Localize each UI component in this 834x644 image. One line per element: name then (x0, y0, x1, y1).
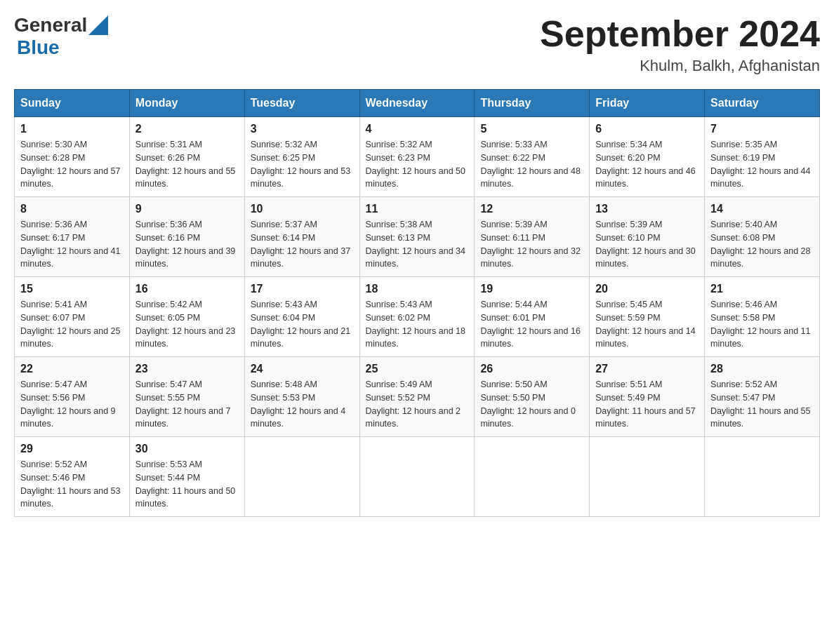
day-info: Sunrise: 5:44 AMSunset: 6:01 PMDaylight:… (480, 300, 580, 349)
header: General Blue September 2024 Khulm, Balkh… (14, 14, 820, 75)
day-info: Sunrise: 5:30 AMSunset: 6:28 PMDaylight:… (20, 140, 120, 189)
logo: General Blue (14, 14, 108, 59)
day-number: 14 (710, 203, 814, 215)
day-number: 7 (710, 123, 814, 135)
day-number: 12 (480, 203, 583, 215)
svg-marker-0 (88, 15, 108, 35)
calendar-title: September 2024 (540, 14, 820, 54)
day-info: Sunrise: 5:41 AMSunset: 6:07 PMDaylight:… (20, 300, 120, 349)
calendar-day-cell: 30 Sunrise: 5:53 AMSunset: 5:44 PMDaylig… (129, 437, 244, 517)
day-number: 28 (710, 363, 814, 375)
day-info: Sunrise: 5:45 AMSunset: 5:59 PMDaylight:… (595, 300, 695, 349)
calendar-week-row: 22 Sunrise: 5:47 AMSunset: 5:56 PMDaylig… (15, 357, 820, 437)
day-number: 27 (595, 363, 699, 375)
calendar-header-row: SundayMondayTuesdayWednesdayThursdayFrid… (15, 90, 820, 117)
day-number: 13 (595, 203, 699, 215)
day-number: 6 (595, 123, 699, 135)
day-info: Sunrise: 5:43 AMSunset: 6:04 PMDaylight:… (251, 300, 350, 349)
calendar-day-cell: 5 Sunrise: 5:33 AMSunset: 6:22 PMDayligh… (475, 117, 590, 197)
calendar-week-row: 15 Sunrise: 5:41 AMSunset: 6:07 PMDaylig… (15, 277, 820, 357)
day-number: 15 (20, 283, 124, 295)
calendar-day-cell: 28 Sunrise: 5:52 AMSunset: 5:47 PMDaylig… (705, 357, 820, 437)
day-info: Sunrise: 5:47 AMSunset: 5:56 PMDaylight:… (20, 380, 116, 429)
calendar-day-cell: 23 Sunrise: 5:47 AMSunset: 5:55 PMDaylig… (129, 357, 244, 437)
calendar-day-cell: 10 Sunrise: 5:37 AMSunset: 6:14 PMDaylig… (244, 197, 359, 277)
calendar-header-saturday: Saturday (705, 90, 820, 117)
day-info: Sunrise: 5:50 AMSunset: 5:50 PMDaylight:… (480, 380, 576, 429)
day-info: Sunrise: 5:33 AMSunset: 6:22 PMDaylight:… (480, 140, 580, 189)
calendar-subtitle: Khulm, Balkh, Afghanistan (540, 57, 820, 75)
day-number: 2 (135, 123, 239, 135)
calendar-day-cell: 4 Sunrise: 5:32 AMSunset: 6:23 PMDayligh… (359, 117, 475, 197)
calendar-day-cell: 12 Sunrise: 5:39 AMSunset: 6:11 PMDaylig… (475, 197, 590, 277)
calendar-day-cell: 16 Sunrise: 5:42 AMSunset: 6:05 PMDaylig… (129, 277, 244, 357)
calendar-week-row: 1 Sunrise: 5:30 AMSunset: 6:28 PMDayligh… (15, 117, 820, 197)
calendar-header-friday: Friday (590, 90, 705, 117)
day-number: 24 (251, 363, 354, 375)
calendar-day-cell: 2 Sunrise: 5:31 AMSunset: 6:26 PMDayligh… (129, 117, 244, 197)
day-number: 23 (135, 363, 239, 375)
day-info: Sunrise: 5:39 AMSunset: 6:10 PMDaylight:… (595, 220, 695, 269)
calendar-day-cell: 21 Sunrise: 5:46 AMSunset: 5:58 PMDaylig… (705, 277, 820, 357)
day-info: Sunrise: 5:52 AMSunset: 5:47 PMDaylight:… (710, 380, 810, 429)
day-info: Sunrise: 5:49 AMSunset: 5:52 PMDaylight:… (366, 380, 461, 429)
calendar-day-cell: 26 Sunrise: 5:50 AMSunset: 5:50 PMDaylig… (475, 357, 590, 437)
day-info: Sunrise: 5:31 AMSunset: 6:26 PMDaylight:… (135, 140, 235, 189)
calendar-day-cell: 8 Sunrise: 5:36 AMSunset: 6:17 PMDayligh… (15, 197, 130, 277)
day-number: 19 (480, 283, 583, 295)
calendar-day-cell: 9 Sunrise: 5:36 AMSunset: 6:16 PMDayligh… (129, 197, 244, 277)
calendar-day-cell (359, 437, 475, 517)
calendar-day-cell: 22 Sunrise: 5:47 AMSunset: 5:56 PMDaylig… (15, 357, 130, 437)
day-number: 18 (366, 283, 469, 295)
calendar-day-cell: 11 Sunrise: 5:38 AMSunset: 6:13 PMDaylig… (359, 197, 475, 277)
logo-triangle-icon (88, 15, 108, 35)
title-area: September 2024 Khulm, Balkh, Afghanistan (540, 14, 820, 75)
day-number: 10 (251, 203, 354, 215)
day-info: Sunrise: 5:34 AMSunset: 6:20 PMDaylight:… (595, 140, 695, 189)
calendar-day-cell: 6 Sunrise: 5:34 AMSunset: 6:20 PMDayligh… (590, 117, 705, 197)
calendar-header-wednesday: Wednesday (359, 90, 475, 117)
day-number: 21 (710, 283, 814, 295)
day-number: 20 (595, 283, 699, 295)
calendar-day-cell: 19 Sunrise: 5:44 AMSunset: 6:01 PMDaylig… (475, 277, 590, 357)
day-number: 1 (20, 123, 124, 135)
day-number: 30 (135, 443, 239, 455)
day-info: Sunrise: 5:46 AMSunset: 5:58 PMDaylight:… (710, 300, 810, 349)
calendar-day-cell: 18 Sunrise: 5:43 AMSunset: 6:02 PMDaylig… (359, 277, 475, 357)
day-info: Sunrise: 5:37 AMSunset: 6:14 PMDaylight:… (251, 220, 350, 269)
day-info: Sunrise: 5:38 AMSunset: 6:13 PMDaylight:… (366, 220, 465, 269)
calendar-day-cell: 13 Sunrise: 5:39 AMSunset: 6:10 PMDaylig… (590, 197, 705, 277)
day-info: Sunrise: 5:39 AMSunset: 6:11 PMDaylight:… (480, 220, 580, 269)
calendar-day-cell: 1 Sunrise: 5:30 AMSunset: 6:28 PMDayligh… (15, 117, 130, 197)
day-number: 4 (366, 123, 469, 135)
day-number: 22 (20, 363, 124, 375)
calendar-day-cell: 24 Sunrise: 5:48 AMSunset: 5:53 PMDaylig… (244, 357, 359, 437)
day-number: 11 (366, 203, 469, 215)
calendar-day-cell (475, 437, 590, 517)
day-info: Sunrise: 5:40 AMSunset: 6:08 PMDaylight:… (710, 220, 810, 269)
day-info: Sunrise: 5:32 AMSunset: 6:25 PMDaylight:… (251, 140, 350, 189)
calendar-header-tuesday: Tuesday (244, 90, 359, 117)
day-info: Sunrise: 5:36 AMSunset: 6:17 PMDaylight:… (20, 220, 120, 269)
day-info: Sunrise: 5:32 AMSunset: 6:23 PMDaylight:… (366, 140, 465, 189)
calendar-day-cell (705, 437, 820, 517)
calendar-header-monday: Monday (129, 90, 244, 117)
calendar-day-cell: 14 Sunrise: 5:40 AMSunset: 6:08 PMDaylig… (705, 197, 820, 277)
day-info: Sunrise: 5:52 AMSunset: 5:46 PMDaylight:… (20, 459, 120, 509)
day-number: 9 (135, 203, 239, 215)
day-number: 17 (251, 283, 354, 295)
calendar-day-cell: 20 Sunrise: 5:45 AMSunset: 5:59 PMDaylig… (590, 277, 705, 357)
calendar-day-cell: 7 Sunrise: 5:35 AMSunset: 6:19 PMDayligh… (705, 117, 820, 197)
day-info: Sunrise: 5:47 AMSunset: 5:55 PMDaylight:… (135, 380, 231, 429)
day-number: 8 (20, 203, 124, 215)
calendar-day-cell: 29 Sunrise: 5:52 AMSunset: 5:46 PMDaylig… (15, 437, 130, 517)
calendar-header-sunday: Sunday (15, 90, 130, 117)
calendar-day-cell: 15 Sunrise: 5:41 AMSunset: 6:07 PMDaylig… (15, 277, 130, 357)
calendar-day-cell: 25 Sunrise: 5:49 AMSunset: 5:52 PMDaylig… (359, 357, 475, 437)
day-info: Sunrise: 5:43 AMSunset: 6:02 PMDaylight:… (366, 300, 465, 349)
day-number: 29 (20, 443, 124, 455)
day-info: Sunrise: 5:48 AMSunset: 5:53 PMDaylight:… (251, 380, 346, 429)
calendar-week-row: 8 Sunrise: 5:36 AMSunset: 6:17 PMDayligh… (15, 197, 820, 277)
logo-blue-text: Blue (17, 36, 60, 59)
calendar-day-cell: 17 Sunrise: 5:43 AMSunset: 6:04 PMDaylig… (244, 277, 359, 357)
